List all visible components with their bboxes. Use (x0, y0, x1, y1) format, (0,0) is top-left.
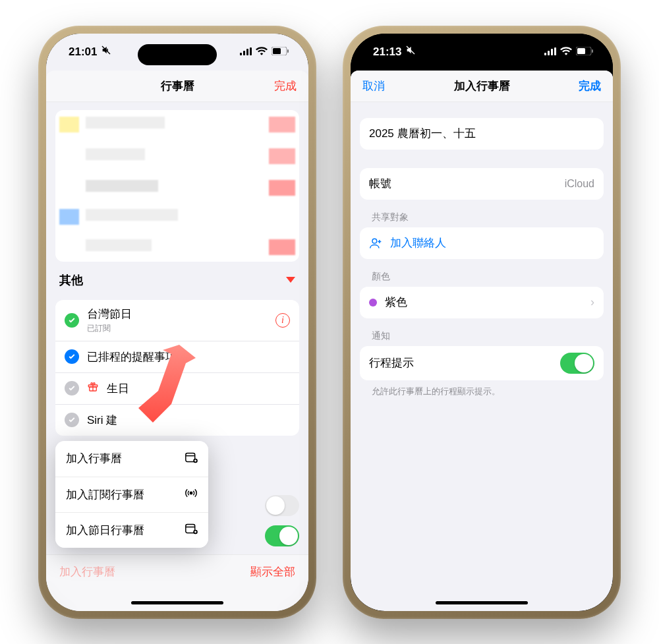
input-value: 2025 農曆初一、十五 (369, 126, 476, 141)
cancel-button[interactable]: 取消 (362, 78, 394, 94)
mute-icon (405, 45, 416, 59)
done-button[interactable]: 完成 (569, 78, 601, 94)
battery-icon (272, 45, 289, 59)
popup-item-add-holiday[interactable]: 加入節日行事曆 (55, 512, 208, 548)
add-calendar-sheet: 取消 加入行事曆 完成 2025 農曆初一、十五 帳號 (351, 71, 613, 611)
done-button[interactable]: 完成 (265, 78, 297, 94)
svg-point-11 (190, 492, 192, 494)
popup-item-add-calendar[interactable]: 加入行事曆 (55, 441, 208, 477)
signal-icon (544, 45, 556, 59)
broadcast-icon (185, 486, 198, 502)
svg-rect-0 (240, 53, 242, 55)
popup-item-add-subscription[interactable]: 加入訂閱行事曆 (55, 477, 208, 512)
svg-rect-20 (592, 49, 593, 53)
color-swatch-icon (369, 299, 377, 307)
row-subtitle: 已訂閱 (87, 323, 132, 334)
phone-left: 21:01 吳仁 ⓘ (38, 26, 316, 619)
dynamic-island (442, 44, 521, 65)
calendar-plus-icon (185, 523, 198, 537)
svg-rect-3 (250, 47, 252, 55)
account-row[interactable]: 帳號 iCloud (360, 168, 604, 200)
calendar-row-siri[interactable]: Siri 建 (55, 404, 299, 436)
status-time: 21:13 (373, 45, 401, 59)
calendar-row-scheduled-reminders[interactable]: 已排程的提醒事項 (55, 341, 299, 372)
calendar-row-taiwan-holidays[interactable]: 台灣節日 已訂閱 i (55, 300, 299, 341)
personal-calendars-card-blurred (55, 110, 299, 262)
svg-rect-6 (287, 49, 289, 53)
svg-point-21 (372, 239, 377, 243)
person-plus-icon (369, 237, 382, 250)
background-toggles (265, 495, 299, 546)
section-header-other[interactable]: 其他 (55, 262, 299, 292)
nav-bar: 行事曆 完成 (46, 71, 308, 102)
info-icon[interactable]: i (275, 313, 290, 328)
svg-rect-5 (273, 48, 281, 54)
mute-icon (101, 45, 111, 59)
row-label: 台灣節日 (87, 307, 132, 322)
chevron-down-icon (286, 277, 295, 283)
section-header-label: 其他 (59, 272, 83, 288)
svg-rect-15 (548, 51, 550, 55)
add-calendar-popup: 加入行事曆 加入訂閱行事曆 (55, 441, 208, 548)
checkmark-icon (65, 313, 79, 328)
row-label: 行程提示 (369, 355, 414, 370)
wifi-icon (560, 45, 572, 59)
show-all-link[interactable]: 顯示全部 (250, 564, 295, 579)
color-row[interactable]: 紫色 › (360, 287, 604, 318)
popup-label: 加入節日行事曆 (66, 523, 144, 538)
calendar-row-birthdays[interactable]: 生日 (55, 372, 299, 404)
dynamic-island (138, 44, 217, 65)
gift-icon (87, 381, 99, 395)
chevron-right-icon: › (590, 295, 594, 309)
notify-row: 行程提示 (360, 346, 604, 380)
calendar-name-input[interactable]: 2025 農曆初一、十五 (360, 118, 604, 150)
calendar-plus-icon (185, 452, 198, 466)
other-calendars-card: 台灣節日 已訂閱 i 已排程的提醒事項 (55, 300, 299, 436)
row-label: 帳號 (369, 176, 391, 191)
notify-toggle[interactable] (560, 353, 594, 374)
row-label: Siri 建 (87, 413, 117, 428)
svg-rect-17 (554, 47, 556, 55)
svg-rect-14 (544, 53, 546, 55)
wifi-icon (256, 45, 268, 59)
row-label: 加入聯絡人 (390, 235, 446, 250)
toggle-switch[interactable] (265, 495, 299, 516)
row-label: 紫色 (385, 295, 407, 310)
group-header-share: 共享對象 (360, 200, 604, 227)
group-header-notify: 通知 (360, 318, 604, 346)
row-value: iCloud (565, 178, 594, 190)
sheet-nav: 取消 加入行事曆 完成 (351, 71, 613, 102)
svg-rect-19 (577, 48, 585, 54)
notify-hint: 允許此行事曆上的行程顯示提示。 (360, 380, 604, 397)
row-label: 已排程的提醒事項 (87, 349, 177, 365)
signal-icon (240, 45, 252, 59)
calendars-list: 其他 台灣節日 已訂閱 i (46, 102, 308, 611)
svg-rect-1 (243, 51, 245, 55)
phone-right: 21:13 吳仁 ⓘ (343, 26, 621, 619)
popup-label: 加入訂閱行事曆 (66, 487, 144, 502)
battery-icon (576, 45, 593, 59)
group-header-color: 顏色 (360, 259, 604, 287)
add-contact-row[interactable]: 加入聯絡人 (360, 227, 604, 259)
svg-rect-16 (551, 49, 553, 55)
nav-title: 加入行事曆 (454, 78, 510, 94)
checkmark-icon (65, 349, 79, 364)
popup-label: 加入行事曆 (66, 451, 122, 466)
checkmark-icon (65, 413, 79, 427)
home-indicator[interactable] (436, 601, 528, 604)
nav-title: 行事曆 (161, 78, 194, 94)
add-calendar-link[interactable]: 加入行事曆 (59, 564, 115, 579)
row-label: 生日 (107, 381, 129, 396)
checkmark-icon (65, 381, 79, 395)
toggle-switch[interactable] (265, 525, 299, 546)
status-time: 21:01 (69, 45, 97, 59)
svg-rect-2 (246, 49, 248, 55)
home-indicator[interactable] (131, 601, 223, 604)
